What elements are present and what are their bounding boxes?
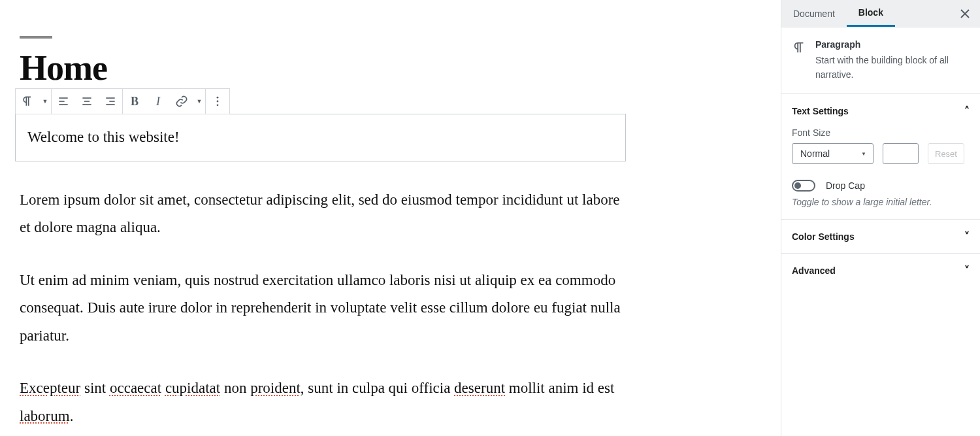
svg-point-9 <box>217 97 219 99</box>
block-type-switcher[interactable] <box>16 89 39 114</box>
align-right-button[interactable] <box>99 89 122 114</box>
more-rich-text-button[interactable]: ▼ <box>193 89 205 114</box>
pilcrow-icon <box>792 39 806 82</box>
block-header: Paragraph Start with the building block … <box>781 27 980 93</box>
settings-sidebar: Document Block Paragraph Start with the … <box>781 0 980 436</box>
reset-font-size-button[interactable]: Reset <box>928 143 964 164</box>
custom-font-size-input[interactable] <box>883 143 919 164</box>
sidebar-tabs: Document Block <box>781 0 980 27</box>
italic-button[interactable]: I <box>146 89 170 114</box>
bold-button[interactable]: B <box>123 89 146 114</box>
font-size-select[interactable]: Normal <box>792 143 874 164</box>
panel-head-advanced[interactable]: Advanced ˅ <box>781 254 980 287</box>
block-type-dropdown[interactable]: ▼ <box>39 89 51 114</box>
title-rule <box>20 36 52 39</box>
chevron-up-icon: ˄ <box>964 105 970 117</box>
paragraph-block[interactable]: Excepteur sint occaecat cupidatat non pr… <box>20 375 627 430</box>
panel-head-text-settings[interactable]: Text Settings ˄ <box>781 94 980 127</box>
panel-text-settings: Text Settings ˄ Font Size Normal Reset D… <box>781 93 980 219</box>
drop-cap-hint: Toggle to show a large initial letter. <box>792 197 970 207</box>
block-toolbar: ▼ B I ▼ <box>15 88 230 114</box>
drop-cap-toggle[interactable] <box>792 180 815 192</box>
paragraph-block[interactable]: Ut enim ad minim veniam, quis nostrud ex… <box>20 267 627 350</box>
more-options-button[interactable] <box>206 89 229 114</box>
tab-block[interactable]: Block <box>847 0 895 27</box>
align-center-button[interactable] <box>75 89 99 114</box>
selected-paragraph-block[interactable]: Welcome to this website! <box>15 114 626 161</box>
panel-head-color-settings[interactable]: Color Settings ˅ <box>781 220 980 253</box>
panel-color-settings: Color Settings ˅ <box>781 219 980 253</box>
svg-point-10 <box>217 101 219 103</box>
paragraph-block[interactable]: Lorem ipsum dolor sit amet, consectetur … <box>20 186 627 242</box>
panel-advanced: Advanced ˅ <box>781 253 980 287</box>
chevron-down-icon: ˅ <box>964 230 970 243</box>
editor-canvas[interactable]: Home ▼ B I <box>0 0 781 436</box>
drop-cap-label: Drop Cap <box>826 180 865 191</box>
block-name: Paragraph <box>815 39 970 50</box>
link-button[interactable] <box>170 89 193 114</box>
tab-document[interactable]: Document <box>781 0 847 27</box>
close-sidebar-button[interactable] <box>954 0 976 27</box>
align-left-button[interactable] <box>52 89 75 114</box>
svg-point-11 <box>217 104 219 106</box>
font-size-label: Font Size <box>792 127 970 138</box>
page-title[interactable]: Home <box>20 48 621 88</box>
chevron-down-icon: ˅ <box>964 264 970 277</box>
block-description: Start with the building block of all nar… <box>815 54 970 82</box>
